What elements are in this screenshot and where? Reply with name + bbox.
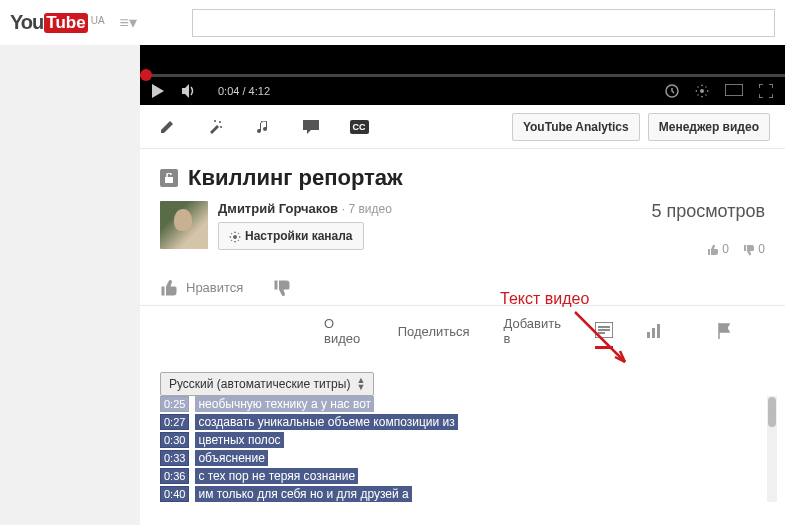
transcript-timestamp: 0:27 <box>160 414 189 430</box>
transcript-text: им только для себя но и для друзей а <box>195 486 411 502</box>
svg-point-5 <box>220 126 222 128</box>
like-label: Нравится <box>186 280 243 295</box>
transcript-timestamp: 0:36 <box>160 468 189 484</box>
transcript-timestamp: 0:40 <box>160 486 189 502</box>
transcript-timestamp: 0:30 <box>160 432 189 448</box>
tab-share[interactable]: Поделиться <box>398 324 470 347</box>
svg-rect-2 <box>725 84 743 96</box>
view-count: 5 просмотров <box>651 201 765 222</box>
channel-name[interactable]: Дмитрий Горчаков <box>218 201 338 216</box>
theater-mode-icon[interactable] <box>725 84 743 98</box>
svg-point-4 <box>214 120 216 122</box>
tab-add-to[interactable]: Добавить в <box>504 316 561 354</box>
play-icon[interactable] <box>152 84 164 98</box>
transcript-line[interactable]: 0:27создавать уникальные объеме композиц… <box>160 414 765 430</box>
svg-rect-6 <box>303 120 319 130</box>
audio-icon[interactable] <box>251 115 275 139</box>
logo-text-you: You <box>10 11 43 34</box>
like-button[interactable] <box>160 279 178 297</box>
dislikes-count: 0 <box>743 242 765 256</box>
youtube-logo[interactable]: You Tube UA <box>10 11 105 34</box>
annotations-icon[interactable] <box>299 115 323 139</box>
player-time: 0:04 / 4:12 <box>218 85 270 97</box>
transcript-text: объяснение <box>195 450 267 466</box>
left-sidebar <box>0 45 140 525</box>
channel-avatar[interactable] <box>160 201 208 249</box>
search-input[interactable] <box>192 9 775 37</box>
transcript-text: цветных полос <box>195 432 283 448</box>
transcript-text: создавать уникальные объеме композиции и… <box>195 414 457 430</box>
svg-point-3 <box>219 121 221 123</box>
transcript-line[interactable]: 0:30цветных полос <box>160 432 765 448</box>
svg-rect-15 <box>657 324 660 338</box>
enhance-icon[interactable] <box>203 115 227 139</box>
video-title: Квиллинг репортаж <box>188 165 403 191</box>
dislike-button[interactable] <box>273 279 291 297</box>
captions-icon[interactable]: CC <box>347 115 371 139</box>
logo-text-tube: Tube <box>44 13 87 33</box>
select-arrows-icon: ▲▼ <box>356 377 365 391</box>
transcript-timestamp: 0:25 <box>160 396 189 412</box>
video-manager-button[interactable]: Менеджер видео <box>648 113 770 141</box>
analytics-button[interactable]: YouTube Analytics <box>512 113 640 141</box>
edit-icon[interactable] <box>155 115 179 139</box>
transcript-list: 0:25необычную технику а у нас вот0:27соз… <box>160 396 765 502</box>
tab-flag[interactable] <box>717 323 731 347</box>
transcript-line[interactable]: 0:36с тех пор не теряя сознание <box>160 468 765 484</box>
fullscreen-icon[interactable] <box>759 84 773 98</box>
privacy-unlisted-icon <box>160 169 178 187</box>
svg-point-8 <box>233 235 237 239</box>
watch-later-icon[interactable] <box>665 84 679 98</box>
likes-count: 0 <box>707 242 729 256</box>
video-player[interactable]: 0:04 / 4:12 <box>140 45 785 105</box>
transcript-line[interactable]: 0:33объяснение <box>160 450 765 466</box>
channel-settings-button[interactable]: Настройки канала <box>218 222 364 250</box>
annotation-label: Текст видео <box>500 290 589 308</box>
channel-video-count: · 7 видео <box>342 202 392 216</box>
transcript-language-select[interactable]: Русский (автоматические титры) ▲▼ <box>160 372 374 396</box>
svg-rect-14 <box>652 328 655 338</box>
transcript-text: необычную технику а у нас вот <box>195 396 374 412</box>
locale-badge: UA <box>91 15 105 26</box>
transcript-timestamp: 0:33 <box>160 450 189 466</box>
svg-point-1 <box>700 89 704 93</box>
transcript-line[interactable]: 0:40им только для себя но и для друзей а <box>160 486 765 502</box>
transcript-text: с тех пор не теряя сознание <box>195 468 358 484</box>
annotation-arrow <box>570 307 650 377</box>
settings-icon[interactable] <box>695 84 709 98</box>
tab-about[interactable]: О видео <box>324 316 364 354</box>
transcript-line[interactable]: 0:25необычную технику а у нас вот <box>160 396 765 412</box>
guide-toggle-icon[interactable]: ≡▾ <box>120 13 137 32</box>
transcript-scrollbar[interactable] <box>767 396 777 502</box>
volume-icon[interactable] <box>182 84 200 98</box>
svg-rect-7 <box>165 177 173 183</box>
